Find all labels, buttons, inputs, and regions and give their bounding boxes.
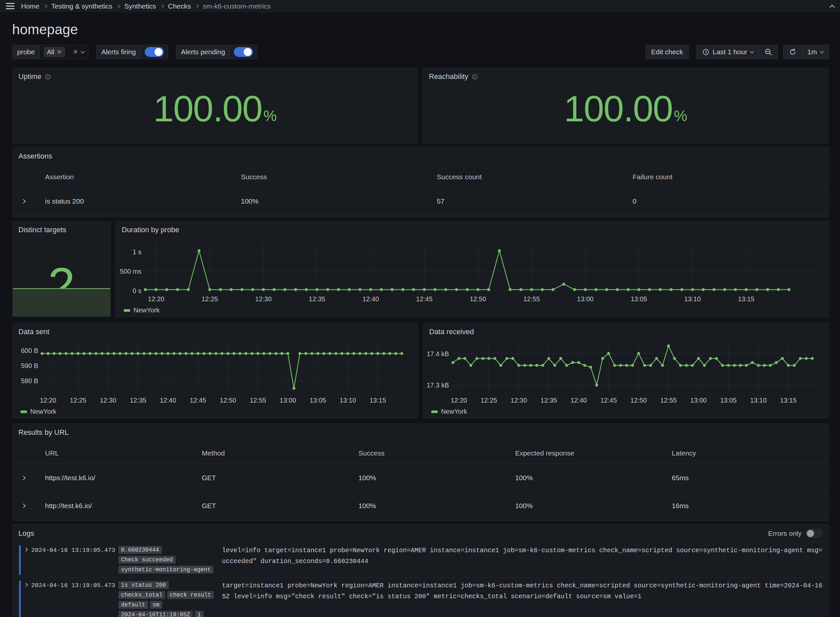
log-badge: default (118, 601, 148, 609)
row-expander[interactable] (12, 476, 45, 480)
svg-text:580 B: 580 B (21, 377, 38, 384)
url-cell: http://test.k6.io/ (45, 502, 202, 510)
chevron-right-icon (160, 4, 164, 8)
success-cell: 100% (359, 502, 515, 510)
distinct-targets-panel: Distinct targets 2 (12, 221, 111, 317)
failure-count-cell: 0 (633, 197, 829, 205)
svg-text:13:05: 13:05 (720, 397, 737, 404)
log-badge: check result (167, 591, 214, 599)
assertions-panel-title: Assertions (18, 152, 52, 161)
breadcrumb-checks[interactable]: Checks (168, 2, 191, 10)
alerts-firing-toggle[interactable] (145, 47, 164, 57)
duration-by-probe-chart[interactable]: 12:2012:2512:3012:3512:4012:4512:5012:55… (118, 238, 827, 307)
svg-text:12:55: 12:55 (660, 397, 677, 404)
data-sent-chart[interactable]: 12:2012:2512:3012:3512:4012:4512:5012:55… (15, 340, 416, 408)
column-header: Success (359, 449, 515, 457)
time-range-picker[interactable]: Last 1 hour (697, 45, 759, 59)
probe-filter-chip[interactable]: All ✕ (44, 47, 65, 57)
svg-text:12:45: 12:45 (600, 397, 617, 404)
alerts-pending-toggle[interactable] (234, 47, 253, 57)
legend-label: NewYork (441, 408, 467, 415)
svg-text:17.4 kB: 17.4 kB (427, 350, 449, 357)
data-received-title: Data received (429, 328, 474, 336)
log-badge: is status 200 (118, 581, 169, 589)
svg-text:12:20: 12:20 (40, 397, 56, 404)
svg-text:12:50: 12:50 (220, 397, 236, 404)
chevron-down-icon[interactable] (81, 49, 85, 54)
log-badge: sm (150, 601, 162, 609)
top-nav-bar: Home Testing & synthetics Synthetics Che… (0, 0, 840, 12)
results-by-url-title: Results by URL (18, 428, 69, 437)
refresh-interval-picker[interactable]: 1m (802, 45, 829, 59)
svg-text:12:35: 12:35 (540, 397, 557, 404)
svg-text:12:25: 12:25 (70, 397, 86, 404)
uptime-panel: Uptime 100.00% (12, 68, 418, 143)
time-toolbar: Edit check Last 1 hour 1m (646, 45, 829, 59)
breadcrumb-home[interactable]: Home (21, 2, 40, 10)
probe-filter: probe All ✕ ✕ (12, 45, 89, 59)
column-header: Success count (437, 173, 633, 181)
log-field-badges: 0.660230444 Check succeeded synthetic-mo… (118, 545, 222, 575)
chevron-right-icon (117, 4, 120, 8)
svg-text:13:05: 13:05 (630, 295, 647, 303)
data-received-chart[interactable]: 12:2012:2512:3012:3512:4012:4512:5012:55… (425, 340, 827, 408)
svg-text:13:00: 13:00 (279, 397, 296, 404)
svg-text:12:30: 12:30 (255, 295, 272, 303)
duration-by-probe-panel: Duration by probe 12:2012:2512:3012:3512… (115, 221, 829, 317)
legend-label: NewYork (30, 408, 56, 415)
svg-text:12:20: 12:20 (450, 397, 467, 404)
legend-swatch (431, 410, 438, 413)
results-table-header: URL Method Success Expected response Lat… (12, 443, 828, 463)
legend-swatch (21, 410, 27, 413)
column-header: Success (241, 173, 437, 181)
edit-check-button[interactable]: Edit check (646, 45, 689, 59)
svg-text:17.3 kB: 17.3 kB (427, 381, 449, 389)
log-row-expander[interactable] (21, 545, 31, 575)
chevron-down-icon (750, 49, 754, 54)
log-badge: 2024-04-16T11:19:05Z (118, 611, 193, 617)
log-timestamp: 2024-04-16 13:19:05.473 (31, 545, 118, 575)
chevron-right-icon (195, 4, 199, 8)
row-expander[interactable] (12, 504, 45, 508)
errors-only-toggle[interactable] (806, 529, 822, 538)
log-row: 2024-04-16 13:19:05.473 is status 200 ch… (19, 577, 822, 617)
svg-text:13:05: 13:05 (310, 397, 326, 404)
chart-legend[interactable]: NewYork (12, 408, 418, 419)
latency-cell: 65ms (672, 474, 828, 482)
success-count-cell: 57 (437, 197, 633, 205)
success-cell: 100% (359, 474, 515, 482)
distinct-targets-title: Distinct targets (18, 226, 66, 234)
breadcrumb-testing-synthetics[interactable]: Testing & synthetics (51, 2, 112, 10)
log-message: level=info target=instance1 probe=NewYor… (222, 545, 822, 575)
log-row-expander[interactable] (21, 580, 31, 617)
hamburger-menu-icon[interactable] (6, 3, 15, 9)
chart-legend[interactable]: NewYork (116, 307, 828, 318)
log-badge: Check succeeded (118, 556, 176, 564)
chip-remove-icon[interactable]: ✕ (57, 48, 62, 56)
probe-filter-select[interactable]: All ✕ ✕ (40, 45, 88, 59)
refresh-button[interactable] (783, 45, 802, 59)
legend-swatch (124, 309, 130, 312)
logs-panel-title: Logs (18, 529, 34, 538)
svg-text:12:35: 12:35 (130, 397, 146, 404)
log-badge: synthetic-monitoring-agent (118, 566, 213, 574)
svg-text:13:15: 13:15 (738, 295, 754, 303)
log-timestamp: 2024-04-16 13:19:05.473 (31, 580, 118, 617)
breadcrumb-synthetics[interactable]: Synthetics (124, 2, 156, 10)
row-expander[interactable] (12, 200, 45, 203)
clear-selection-icon[interactable]: ✕ (73, 48, 78, 56)
collapse-nav-control[interactable] (830, 3, 834, 9)
alerts-firing-control: Alerts firing (96, 45, 168, 59)
zoom-out-time-button[interactable] (759, 45, 778, 59)
svg-text:13:10: 13:10 (750, 397, 767, 404)
svg-text:590 B: 590 B (21, 362, 38, 369)
column-header: Method (202, 449, 358, 457)
svg-text:12:35: 12:35 (309, 295, 325, 303)
data-sent-panel: Data sent 12:2012:2512:3012:3512:4012:45… (12, 323, 418, 418)
log-badge: 0.660230444 (118, 546, 162, 554)
table-row: is status 200 100% 57 0 (12, 187, 828, 216)
expected-response-cell: 100% (515, 474, 672, 482)
chevron-right-icon (21, 503, 26, 508)
chart-legend[interactable]: NewYork (423, 408, 828, 419)
dashboard-controls: probe All ✕ ✕ Alerts firing Alerts pendi… (12, 45, 829, 59)
